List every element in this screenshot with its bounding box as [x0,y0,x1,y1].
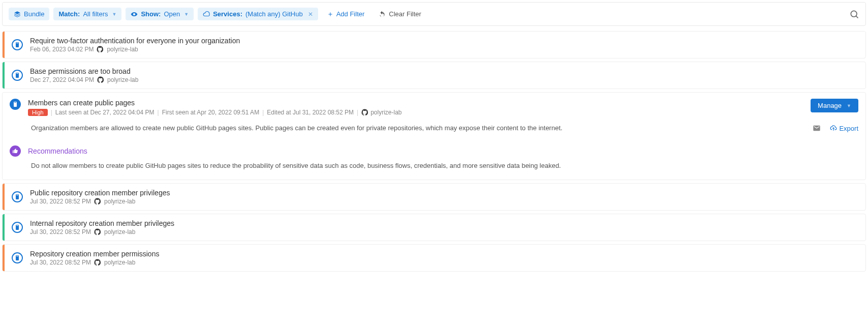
chevron-down-icon: ▼ [184,12,189,17]
clipboard-icon [12,222,23,233]
match-value: All filters [83,10,108,18]
recommendation-text: Do not allow members to create public Gi… [10,157,858,174]
undo-icon [379,11,386,18]
finding-date: Jul 30, 2022 08:52 PM [30,198,91,205]
stack-icon [14,11,21,18]
finding-expanded: Members can create public pages High | L… [2,92,866,180]
clear-filter-button[interactable]: Clear Filter [374,8,426,20]
match-label: Match: [58,10,80,18]
chevron-down-icon: ▼ [847,103,851,108]
clear-filter-label: Clear Filter [389,10,421,18]
bundle-filter[interactable]: Bundle [9,8,49,20]
show-value: Open [164,10,180,18]
finding-date: Jul 30, 2022 08:52 PM [30,228,91,236]
github-icon [97,46,104,53]
eye-icon [131,11,138,18]
services-filter[interactable]: Services: (Match any) GitHub ✕ [198,8,318,20]
services-value: (Match any) GitHub [245,10,303,18]
finding-title: Repository creation member permissions [30,250,159,258]
findings-list: Require two-factor authentication for ev… [0,31,868,272]
add-filter-button[interactable]: Add Filter [322,8,370,20]
clipboard-icon [12,39,23,50]
finding-description: Organization members are allowed to crea… [31,124,802,132]
filter-bar: Bundle Match: All filters ▼ Show: Open ▼… [2,2,866,26]
show-filter[interactable]: Show: Open ▼ [126,8,194,20]
finding-date: Feb 06, 2023 04:02 PM [30,46,94,53]
finding-title: Members can create public pages [28,99,803,107]
finding-row[interactable]: Internal repository creation member priv… [2,214,866,241]
show-label: Show: [141,10,161,18]
first-seen: First seen at Apr 20, 2022 09:51 AM [162,109,259,116]
clipboard-icon [12,191,23,202]
clipboard-icon [12,252,23,263]
bundle-label: Bundle [24,10,44,18]
edited-at: Edited at Jul 31, 2022 08:52 PM [267,109,354,116]
finding-title: Internal repository creation member priv… [30,219,174,227]
finding-org: polyrize-lab [104,198,135,205]
github-icon [94,259,101,266]
finding-title: Base permissions are too broad [30,67,138,75]
finding-org: polyrize-lab [370,109,401,116]
services-label: Services: [213,10,242,18]
cloud-icon [203,11,210,18]
finding-row[interactable]: Public repository creation member privil… [2,183,866,211]
finding-title: Public repository creation member privil… [30,189,170,197]
finding-row[interactable]: Require two-factor authentication for ev… [2,31,866,58]
match-filter[interactable]: Match: All filters ▼ [53,8,121,20]
mail-icon[interactable] [813,124,821,132]
finding-org: polyrize-lab [107,76,138,83]
recommendations-heading: Recommendations [28,147,87,155]
clipboard-icon [10,99,21,110]
last-seen: Last seen at Dec 27, 2022 04:04 PM [55,109,154,116]
chevron-down-icon: ▼ [112,12,117,17]
finding-org: polyrize-lab [104,228,135,236]
finding-org: polyrize-lab [107,46,138,53]
add-filter-label: Add Filter [336,10,365,18]
finding-date: Jul 30, 2022 08:52 PM [30,259,91,266]
severity-badge: High [28,109,48,116]
finding-row[interactable]: Repository creation member permissions J… [2,244,866,272]
manage-label: Manage [818,102,842,109]
github-icon [94,198,101,205]
search-icon[interactable] [849,9,859,19]
plus-icon [327,11,333,17]
export-button[interactable]: Export [830,125,858,132]
finding-date: Dec 27, 2022 04:04 PM [30,76,94,83]
github-icon [361,109,368,116]
manage-button[interactable]: Manage ▼ [811,99,858,112]
finding-row[interactable]: Base permissions are too broad Dec 27, 2… [2,62,866,89]
remove-filter-icon[interactable]: ✕ [308,11,313,18]
clipboard-icon [12,70,23,81]
finding-title: Require two-factor authentication for ev… [30,37,240,45]
finding-org: polyrize-lab [104,259,135,266]
export-label: Export [839,125,858,132]
export-icon [830,125,837,132]
thumbs-up-icon [10,145,21,157]
github-icon [97,76,104,83]
github-icon [94,228,101,236]
